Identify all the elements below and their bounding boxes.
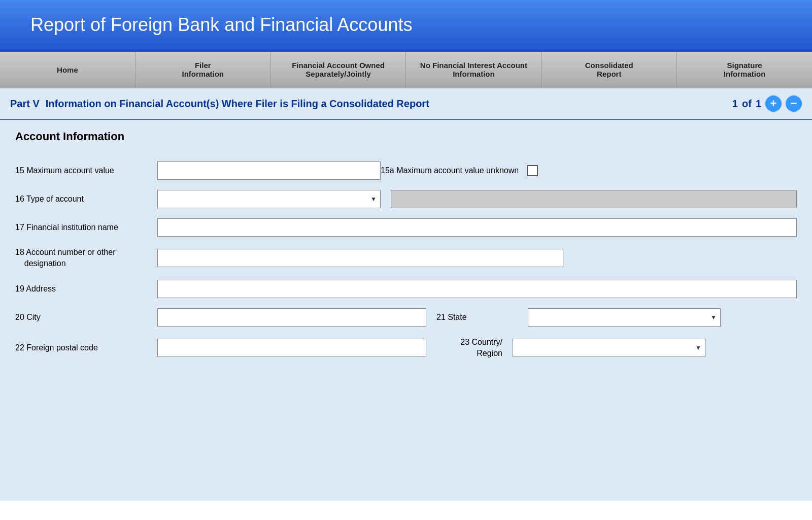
field-18-row: 18 Account number or other designation	[15, 247, 797, 270]
field-15a-label: 15a Maximum account value unknown	[381, 166, 519, 175]
remove-record-button[interactable]: −	[786, 95, 802, 112]
field-21-select-wrapper	[528, 308, 721, 327]
field-15-label: 15 Maximum account value	[15, 166, 147, 175]
field-19-input[interactable]	[157, 280, 797, 298]
field-15-input[interactable]	[157, 161, 381, 180]
field-20-label: 20 City	[15, 313, 147, 322]
part-counter: 1 of 1 + −	[732, 95, 802, 112]
field-16-label: 16 Type of account	[15, 194, 147, 204]
field-16-row: 16 Type of account Bank Securities Other	[15, 190, 797, 208]
total-pages: 1	[756, 98, 761, 110]
field-21-label: 21 State	[436, 313, 518, 322]
add-record-button[interactable]: +	[765, 95, 782, 112]
field-15a-checkbox[interactable]	[527, 165, 538, 176]
field-15a-area: 15a Maximum account value unknown	[381, 165, 538, 176]
tab-financial-account[interactable]: Financial Account OwnedSeparately/Jointl…	[271, 52, 407, 87]
field-18-label: 18 Account number or other designation	[15, 247, 147, 270]
page-header: Report of Foreign Bank and Financial Acc…	[0, 0, 812, 52]
field-17-input[interactable]	[157, 218, 797, 237]
part-title: Information on Financial Account(s) Wher…	[46, 98, 726, 110]
field-16-select[interactable]: Bank Securities Other	[157, 190, 381, 208]
field-20-input[interactable]	[157, 308, 426, 327]
part-label: Part V	[10, 98, 40, 110]
page-title: Report of Foreign Bank and Financial Acc…	[30, 14, 782, 36]
field-19-row: 19 Address	[15, 280, 797, 298]
field-22-23-row: 22 Foreign postal code 23 Country/Region	[15, 337, 797, 360]
current-page: 1	[732, 98, 738, 110]
field-17-row: 17 Financial institution name	[15, 218, 797, 237]
field-15-left: 15 Maximum account value	[15, 161, 381, 180]
tab-no-financial-interest[interactable]: No Financial Interest Account Informatio…	[406, 52, 542, 87]
of-label: of	[742, 98, 752, 110]
part-v-header: Part V Information on Financial Account(…	[0, 88, 812, 120]
field-22-input[interactable]	[157, 339, 426, 357]
field-23-label: 23 Country/Region	[436, 337, 502, 360]
section-title: Account Information	[15, 130, 797, 146]
field-17-label: 17 Financial institution name	[15, 223, 147, 232]
tab-home[interactable]: Home	[0, 52, 136, 87]
field-16-other-input	[391, 190, 797, 208]
field-16-select-wrapper: Bank Securities Other	[157, 190, 381, 208]
tab-filer-information[interactable]: FilerInformation	[136, 52, 271, 87]
field-21-select[interactable]	[528, 308, 721, 327]
main-content: Account Information 15 Maximum account v…	[0, 120, 812, 501]
form-area: 15 Maximum account value 15a Maximum acc…	[15, 161, 797, 360]
field-23-select-wrapper	[513, 339, 705, 357]
field-23-select[interactable]	[513, 339, 705, 357]
tab-consolidated-report[interactable]: ConsolidatedReport	[542, 52, 677, 87]
field-19-label: 19 Address	[15, 284, 147, 294]
field-18-input[interactable]	[157, 249, 563, 267]
field-15-row: 15 Maximum account value 15a Maximum acc…	[15, 161, 797, 180]
nav-tabs: Home FilerInformation Financial Account …	[0, 52, 812, 88]
field-20-21-row: 20 City 21 State	[15, 308, 797, 327]
field-22-label: 22 Foreign postal code	[15, 343, 147, 352]
tab-signature-information[interactable]: SignatureInformation	[677, 52, 812, 87]
